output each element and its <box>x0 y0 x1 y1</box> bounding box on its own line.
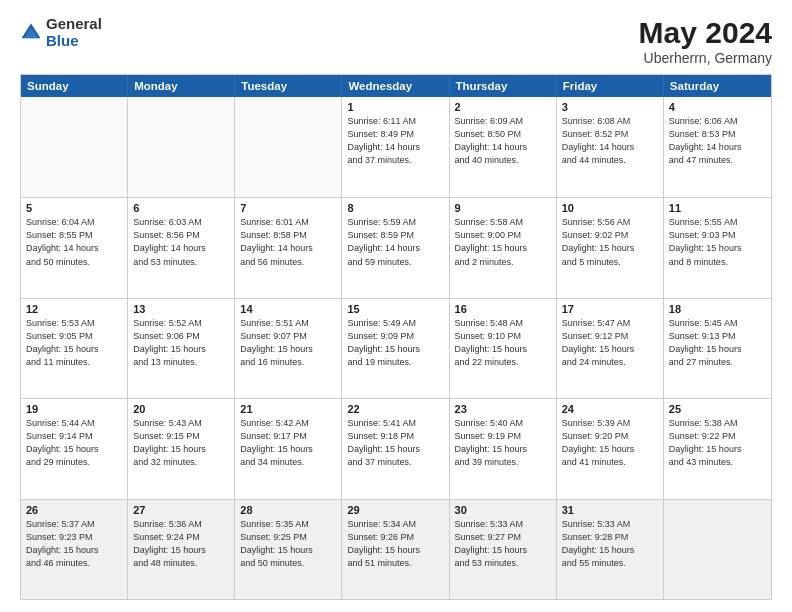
day-info: Sunrise: 5:47 AM Sunset: 9:12 PM Dayligh… <box>562 317 658 369</box>
day-number: 20 <box>133 403 229 415</box>
day-info: Sunrise: 5:40 AM Sunset: 9:19 PM Dayligh… <box>455 417 551 469</box>
calendar-cell: 2Sunrise: 6:09 AM Sunset: 8:50 PM Daylig… <box>450 97 557 197</box>
day-number: 10 <box>562 202 658 214</box>
day-number: 18 <box>669 303 766 315</box>
logo-text: General Blue <box>46 16 102 49</box>
calendar-cell: 22Sunrise: 5:41 AM Sunset: 9:18 PM Dayli… <box>342 399 449 498</box>
calendar-cell: 25Sunrise: 5:38 AM Sunset: 9:22 PM Dayli… <box>664 399 771 498</box>
calendar-body: 1Sunrise: 6:11 AM Sunset: 8:49 PM Daylig… <box>21 97 771 599</box>
day-info: Sunrise: 5:56 AM Sunset: 9:02 PM Dayligh… <box>562 216 658 268</box>
day-info: Sunrise: 6:06 AM Sunset: 8:53 PM Dayligh… <box>669 115 766 167</box>
day-info: Sunrise: 5:37 AM Sunset: 9:23 PM Dayligh… <box>26 518 122 570</box>
calendar-cell: 24Sunrise: 5:39 AM Sunset: 9:20 PM Dayli… <box>557 399 664 498</box>
day-info: Sunrise: 5:44 AM Sunset: 9:14 PM Dayligh… <box>26 417 122 469</box>
calendar-cell: 23Sunrise: 5:40 AM Sunset: 9:19 PM Dayli… <box>450 399 557 498</box>
calendar-cell <box>664 500 771 599</box>
calendar-cell: 12Sunrise: 5:53 AM Sunset: 9:05 PM Dayli… <box>21 299 128 398</box>
calendar-cell: 16Sunrise: 5:48 AM Sunset: 9:10 PM Dayli… <box>450 299 557 398</box>
calendar-cell: 14Sunrise: 5:51 AM Sunset: 9:07 PM Dayli… <box>235 299 342 398</box>
day-number: 26 <box>26 504 122 516</box>
day-number: 17 <box>562 303 658 315</box>
calendar-cell: 20Sunrise: 5:43 AM Sunset: 9:15 PM Dayli… <box>128 399 235 498</box>
day-info: Sunrise: 5:48 AM Sunset: 9:10 PM Dayligh… <box>455 317 551 369</box>
day-info: Sunrise: 5:33 AM Sunset: 9:27 PM Dayligh… <box>455 518 551 570</box>
day-number: 15 <box>347 303 443 315</box>
calendar-cell: 10Sunrise: 5:56 AM Sunset: 9:02 PM Dayli… <box>557 198 664 297</box>
day-info: Sunrise: 5:34 AM Sunset: 9:26 PM Dayligh… <box>347 518 443 570</box>
day-info: Sunrise: 5:33 AM Sunset: 9:28 PM Dayligh… <box>562 518 658 570</box>
weekday-header: Sunday <box>21 75 128 97</box>
day-info: Sunrise: 6:09 AM Sunset: 8:50 PM Dayligh… <box>455 115 551 167</box>
day-number: 13 <box>133 303 229 315</box>
day-info: Sunrise: 5:36 AM Sunset: 9:24 PM Dayligh… <box>133 518 229 570</box>
weekday-header: Monday <box>128 75 235 97</box>
day-number: 29 <box>347 504 443 516</box>
day-number: 21 <box>240 403 336 415</box>
calendar-cell: 4Sunrise: 6:06 AM Sunset: 8:53 PM Daylig… <box>664 97 771 197</box>
day-number: 22 <box>347 403 443 415</box>
calendar-cell: 7Sunrise: 6:01 AM Sunset: 8:58 PM Daylig… <box>235 198 342 297</box>
day-number: 23 <box>455 403 551 415</box>
calendar-week: 12Sunrise: 5:53 AM Sunset: 9:05 PM Dayli… <box>21 298 771 398</box>
calendar-cell: 21Sunrise: 5:42 AM Sunset: 9:17 PM Dayli… <box>235 399 342 498</box>
day-number: 3 <box>562 101 658 113</box>
day-number: 2 <box>455 101 551 113</box>
day-number: 6 <box>133 202 229 214</box>
calendar-cell: 8Sunrise: 5:59 AM Sunset: 8:59 PM Daylig… <box>342 198 449 297</box>
day-info: Sunrise: 5:38 AM Sunset: 9:22 PM Dayligh… <box>669 417 766 469</box>
calendar-cell: 26Sunrise: 5:37 AM Sunset: 9:23 PM Dayli… <box>21 500 128 599</box>
calendar-header: SundayMondayTuesdayWednesdayThursdayFrid… <box>21 75 771 97</box>
day-number: 7 <box>240 202 336 214</box>
header: General Blue May 2024 Uberherrn, Germany <box>20 16 772 66</box>
calendar-cell: 29Sunrise: 5:34 AM Sunset: 9:26 PM Dayli… <box>342 500 449 599</box>
day-info: Sunrise: 6:03 AM Sunset: 8:56 PM Dayligh… <box>133 216 229 268</box>
day-info: Sunrise: 5:49 AM Sunset: 9:09 PM Dayligh… <box>347 317 443 369</box>
logo-general-label: General <box>46 16 102 33</box>
day-info: Sunrise: 5:51 AM Sunset: 9:07 PM Dayligh… <box>240 317 336 369</box>
logo: General Blue <box>20 16 102 49</box>
calendar-cell: 30Sunrise: 5:33 AM Sunset: 9:27 PM Dayli… <box>450 500 557 599</box>
day-info: Sunrise: 5:35 AM Sunset: 9:25 PM Dayligh… <box>240 518 336 570</box>
day-number: 9 <box>455 202 551 214</box>
calendar-cell: 5Sunrise: 6:04 AM Sunset: 8:55 PM Daylig… <box>21 198 128 297</box>
day-info: Sunrise: 5:52 AM Sunset: 9:06 PM Dayligh… <box>133 317 229 369</box>
day-info: Sunrise: 5:53 AM Sunset: 9:05 PM Dayligh… <box>26 317 122 369</box>
weekday-header: Friday <box>557 75 664 97</box>
calendar-cell: 28Sunrise: 5:35 AM Sunset: 9:25 PM Dayli… <box>235 500 342 599</box>
subtitle: Uberherrn, Germany <box>639 50 772 66</box>
calendar-cell <box>21 97 128 197</box>
calendar-cell: 3Sunrise: 6:08 AM Sunset: 8:52 PM Daylig… <box>557 97 664 197</box>
calendar: SundayMondayTuesdayWednesdayThursdayFrid… <box>20 74 772 600</box>
day-info: Sunrise: 5:45 AM Sunset: 9:13 PM Dayligh… <box>669 317 766 369</box>
weekday-header: Wednesday <box>342 75 449 97</box>
main-title: May 2024 <box>639 16 772 50</box>
calendar-cell <box>235 97 342 197</box>
calendar-cell: 19Sunrise: 5:44 AM Sunset: 9:14 PM Dayli… <box>21 399 128 498</box>
day-number: 25 <box>669 403 766 415</box>
day-number: 24 <box>562 403 658 415</box>
calendar-week: 1Sunrise: 6:11 AM Sunset: 8:49 PM Daylig… <box>21 97 771 197</box>
logo-icon <box>20 22 42 44</box>
day-number: 30 <box>455 504 551 516</box>
day-number: 14 <box>240 303 336 315</box>
day-number: 16 <box>455 303 551 315</box>
calendar-week: 26Sunrise: 5:37 AM Sunset: 9:23 PM Dayli… <box>21 499 771 599</box>
calendar-week: 5Sunrise: 6:04 AM Sunset: 8:55 PM Daylig… <box>21 197 771 297</box>
calendar-cell: 13Sunrise: 5:52 AM Sunset: 9:06 PM Dayli… <box>128 299 235 398</box>
page: General Blue May 2024 Uberherrn, Germany… <box>0 0 792 612</box>
day-number: 27 <box>133 504 229 516</box>
day-info: Sunrise: 6:04 AM Sunset: 8:55 PM Dayligh… <box>26 216 122 268</box>
day-info: Sunrise: 5:41 AM Sunset: 9:18 PM Dayligh… <box>347 417 443 469</box>
day-info: Sunrise: 6:08 AM Sunset: 8:52 PM Dayligh… <box>562 115 658 167</box>
calendar-cell: 11Sunrise: 5:55 AM Sunset: 9:03 PM Dayli… <box>664 198 771 297</box>
day-info: Sunrise: 5:55 AM Sunset: 9:03 PM Dayligh… <box>669 216 766 268</box>
day-number: 28 <box>240 504 336 516</box>
weekday-header: Tuesday <box>235 75 342 97</box>
day-info: Sunrise: 5:42 AM Sunset: 9:17 PM Dayligh… <box>240 417 336 469</box>
day-number: 4 <box>669 101 766 113</box>
calendar-cell: 27Sunrise: 5:36 AM Sunset: 9:24 PM Dayli… <box>128 500 235 599</box>
weekday-header: Thursday <box>450 75 557 97</box>
day-number: 19 <box>26 403 122 415</box>
title-block: May 2024 Uberherrn, Germany <box>639 16 772 66</box>
day-number: 5 <box>26 202 122 214</box>
